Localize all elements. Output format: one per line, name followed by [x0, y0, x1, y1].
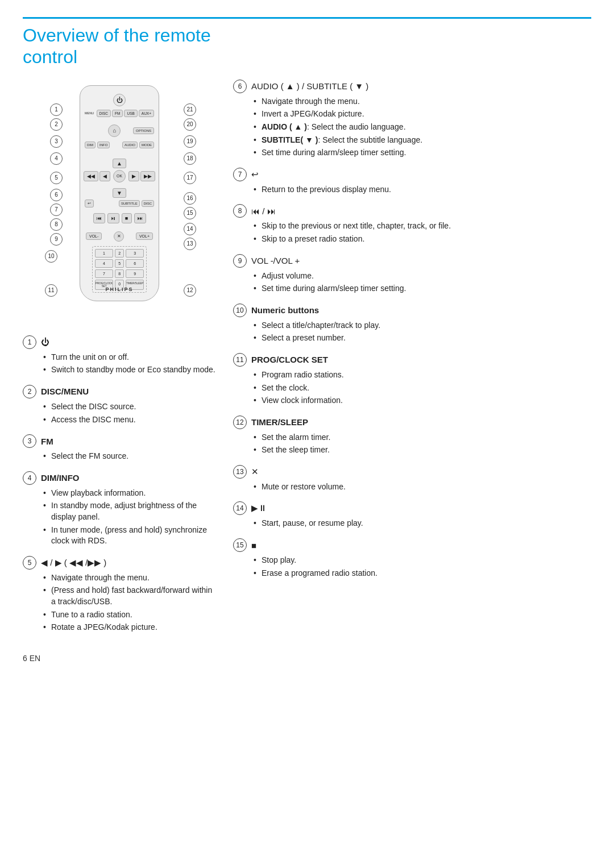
item-13-circle: 13: [233, 465, 247, 479]
remote-transport-row: ⏮ ⏯ ■ ⏭: [86, 213, 153, 223]
remote-body: ⏻ MENU DISC FM USB AUX+: [80, 85, 159, 301]
remote-label-3: 3: [50, 135, 63, 148]
item-3-list: Select the FM source.: [23, 451, 216, 462]
item-3-circle: 3: [23, 434, 36, 448]
remote-nav-row: ◀◀ ◀ OK ▶ ▶▶: [84, 170, 155, 182]
remote-label-19: 19: [184, 135, 196, 148]
remote-fm-btn[interactable]: FM: [112, 110, 123, 117]
remote-home-button[interactable]: ⌂: [108, 124, 121, 137]
remote-mode-btn[interactable]: MODE: [139, 142, 154, 148]
remote-home-row: ⌂ OPTIONS: [85, 124, 154, 137]
item-11-section: 11 PROG/CLOCK SET Program radio stations…: [233, 353, 591, 406]
item-12-header: 12 TIMER/SLEEP: [233, 416, 591, 429]
list-item: Select a title/chapter/track to play.: [254, 320, 591, 331]
remote-label-5: 5: [50, 172, 63, 184]
list-item: Erase a programed radio station.: [254, 568, 591, 579]
item-13-header: 13 ✕: [233, 465, 591, 479]
item-4-circle: 4: [23, 471, 36, 485]
item-13-section: 13 ✕ Mute or restore volume.: [233, 465, 591, 493]
remote-prev-track-btn[interactable]: ⏮: [93, 213, 105, 223]
remote-up-btn[interactable]: ▲: [113, 157, 126, 167]
list-item: Invert a JPEG/Kodak picture.: [254, 109, 591, 120]
item-1-list: Turn the unit on or off. Switch to stand…: [23, 352, 216, 376]
remote-dim-btn[interactable]: DIM: [85, 142, 96, 148]
list-item: Stop play.: [254, 555, 591, 566]
remote-next-track-btn[interactable]: ⏭: [134, 213, 146, 223]
remote-usb-btn[interactable]: USB: [124, 110, 137, 117]
item-12-circle: 12: [233, 416, 247, 429]
remote-next-btn[interactable]: ▶: [128, 171, 139, 181]
item-15-header: 15 ■: [233, 538, 591, 552]
item-13-list: Mute or restore volume.: [233, 481, 591, 493]
remote-ffwd-btn[interactable]: ▶▶: [140, 171, 155, 181]
list-item: Switch to standby mode or Eco standby mo…: [43, 364, 216, 376]
remote-num9-btn[interactable]: 9: [126, 269, 144, 278]
remote-num6-btn[interactable]: 6: [126, 259, 144, 268]
remote-aux-btn[interactable]: AUX+: [139, 110, 154, 117]
remote-subtitle-btn[interactable]: SUBTITLE: [119, 200, 140, 207]
remote-num8-btn[interactable]: 8: [115, 269, 124, 278]
remote-num5-btn[interactable]: 5: [115, 259, 124, 268]
main-content: 1 2 3 4 5 6 7 8 9 10 11 21 20 19 18 17 1…: [23, 80, 591, 642]
item-7-symbol: ↩: [251, 169, 259, 180]
item-8-title: ⏮ / ⏭: [251, 206, 276, 216]
title-block: Overview of the remote control: [23, 24, 591, 68]
list-item: Skip to a preset radio station.: [254, 234, 591, 245]
remote-label-20: 20: [184, 118, 196, 131]
item-9-section: 9 VOL -/VOL + Adjust volume. Set time du…: [233, 254, 591, 294]
remote-stop-btn[interactable]: ■: [122, 213, 132, 223]
remote-num2-btn[interactable]: 2: [115, 249, 124, 258]
list-item: View playback information.: [43, 488, 216, 499]
right-column: 6 AUDIO ( ▲ ) / SUBTITLE ( ▼ ) Navigate …: [233, 80, 591, 642]
item-10-list: Select a title/chapter/track to play. Se…: [233, 320, 591, 344]
item-14-header: 14 ▶⏸: [233, 501, 591, 515]
remote-vol-plus-btn[interactable]: VOL+: [136, 232, 153, 240]
item-3-section: 3 FM Select the FM source.: [23, 434, 216, 462]
list-item: Program radio stations.: [254, 369, 591, 381]
item-13-symbol: ✕: [251, 467, 259, 477]
top-border: [23, 17, 591, 19]
item-6-title: AUDIO ( ▲ ) / SUBTITLE ( ▼ ): [251, 81, 368, 91]
list-item: Set the alarm timer.: [254, 432, 591, 443]
item-7-circle: 7: [233, 168, 247, 181]
remote-mute-btn[interactable]: ✕: [114, 231, 124, 242]
remote-play-pause-btn[interactable]: ⏯: [107, 213, 119, 223]
item-4-section: 4 DIM/INFO View playback information. In…: [23, 471, 216, 547]
remote-label-12: 12: [184, 284, 196, 297]
item-2-title: DISC/MENU: [41, 387, 89, 396]
item-2-circle: 2: [23, 385, 36, 398]
remote-options-button[interactable]: OPTIONS: [133, 127, 154, 134]
remote-num1-btn[interactable]: 1: [95, 249, 113, 258]
remote-prev-btn[interactable]: ◀: [99, 171, 110, 181]
remote-back-button[interactable]: ↩: [85, 200, 94, 207]
remote-label-2: 2: [50, 118, 63, 131]
item-6-circle: 6: [233, 80, 247, 93]
item-1-header: 1 ⏻: [23, 335, 216, 349]
remote-num4-btn[interactable]: 4: [95, 259, 113, 268]
remote-rewind-btn[interactable]: ◀◀: [84, 171, 98, 181]
remote-num3-btn[interactable]: 3: [126, 249, 144, 258]
remote-audio-btn[interactable]: AUDIO: [122, 142, 138, 148]
item-10-circle: 10: [233, 304, 247, 317]
item-11-list: Program radio stations. Set the clock. V…: [233, 369, 591, 406]
item-5-header: 5 ◀ / ▶ ( ◀◀ /▶▶ ): [23, 556, 216, 570]
remote-down-btn[interactable]: ▼: [113, 187, 126, 197]
item-4-header: 4 DIM/INFO: [23, 471, 216, 485]
remote-vol-minus-btn[interactable]: VOL-: [86, 232, 102, 240]
item-5-title: ◀ / ▶ ( ◀◀ /▶▶ ): [41, 558, 106, 568]
item-6-section: 6 AUDIO ( ▲ ) / SUBTITLE ( ▼ ) Navigate …: [233, 80, 591, 159]
item-10-header: 10 Numeric buttons: [233, 304, 591, 317]
item-7-section: 7 ↩ Return to the previous display menu.: [233, 168, 591, 196]
remote-ok-btn[interactable]: OK: [113, 170, 126, 182]
remote-num7-btn[interactable]: 7: [95, 269, 113, 278]
left-column: 1 2 3 4 5 6 7 8 9 10 11 21 20 19 18 17 1…: [23, 80, 216, 642]
item-14-section: 14 ▶⏸ Start, pause, or resume play.: [233, 501, 591, 529]
remote-power-button[interactable]: ⏻: [113, 94, 126, 106]
item-3-header: 3 FM: [23, 434, 216, 448]
remote-disc-btn[interactable]: DISC: [97, 110, 111, 117]
remote-label-9: 9: [50, 233, 63, 246]
item-5-circle: 5: [23, 556, 36, 570]
remote-disc2-btn[interactable]: DISC: [142, 200, 154, 207]
remote-info-btn[interactable]: INFO: [97, 142, 110, 148]
list-item: In standby mode, adjust brightness of th…: [43, 500, 216, 522]
